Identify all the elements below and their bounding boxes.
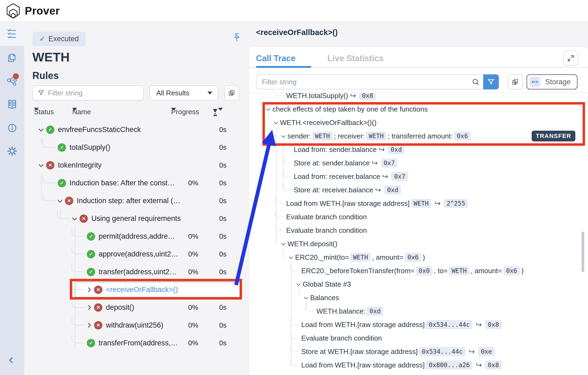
rule-name[interactable]: withdraw(uint256) [106,321,163,329]
trace-row[interactable]: Store at WETH.[raw storage address] 0x53… [249,345,587,358]
value-chip[interactable]: WETH [312,131,333,141]
value-chip[interactable]: 0x8 [485,360,502,370]
rule-row[interactable]: ✓Induction base: After the const…0%0s [32,174,243,192]
rule-row[interactable]: ✓transferFrom(address,…0%0s [32,334,243,352]
trace-row[interactable]: WETH.<receiveOrFallback>()() [249,116,587,129]
value-chip[interactable]: WETH [366,131,386,141]
copy-rules-button[interactable] [224,85,239,100]
chevron-down-icon[interactable] [274,120,278,124]
value-chip[interactable]: 0x6 [405,253,421,262]
rule-name[interactable]: approve(address,uint2… [99,250,178,258]
value-chip[interactable]: 0x0 [416,266,433,275]
column-duration[interactable] [212,108,218,116]
trace-row[interactable]: Store at: sender.balance ↪0x7 [249,156,587,170]
chevron-right-icon[interactable] [86,323,91,328]
chevron-down-icon[interactable] [296,282,301,286]
rule-row[interactable]: ✕<receiveOrFallback>() [32,281,243,298]
results-dropdown[interactable]: All Results [149,85,218,100]
chevron-down-icon[interactable] [289,255,293,259]
sidebar-item-settings[interactable] [6,145,19,158]
rule-row[interactable]: ✕Using general requirements0s [32,210,243,227]
sidebar-collapse-button[interactable] [7,356,15,364]
trace-row[interactable]: Load from WETH.[raw storage address] 0x8… [249,358,587,372]
rule-name[interactable]: Induction base: After the const… [70,179,175,187]
trace-row[interactable]: WETH.deposit() [249,237,587,251]
rule-name[interactable]: deposit() [106,303,134,312]
rule-name[interactable]: totalSupply() [70,143,110,152]
rule-name[interactable]: permit(address,addre… [99,232,175,241]
chevron-right-icon[interactable] [86,305,91,310]
rules-filter-input[interactable]: Filter string [32,85,144,100]
value-chip[interactable]: 0xd [388,145,405,154]
rule-row[interactable]: ✓transfer(address,uint2…0%0s [32,263,243,281]
rule-row[interactable]: ✓permit(address,addre…0%0s [32,227,243,245]
rule-row[interactable]: ✕withdraw(uint256)0%0s [32,316,243,334]
value-chip[interactable]: 0x8 [485,320,502,329]
chevron-down-icon[interactable] [304,295,308,299]
trace-row[interactable]: Store at: receiver.balance ↪0xd [249,183,587,197]
trace-row[interactable]: ERC20._mint(to=WETH, amount=0x6) [249,251,587,264]
sidebar-item-files[interactable] [6,51,19,64]
rule-row[interactable]: ✓approve(address,uint2…0%0s [32,245,243,263]
trace-row[interactable]: sender: WETH; receiver: WETH; transferre… [249,129,587,143]
value-chip[interactable]: WETH [449,266,469,275]
trace-row[interactable]: ERC20._beforeTokenTransfer(from=0x0, to=… [249,264,587,277]
sidebar-item-documentation[interactable] [6,98,19,111]
rule-row[interactable]: ✕Induction step: after external (…0s [32,192,243,210]
chevron-down-icon[interactable] [39,162,43,167]
rule-row[interactable]: ✓envfreeFuncsStaticCheck0s [32,121,243,138]
value-chip[interactable]: WETH [350,253,371,262]
rule-row[interactable]: ✓totalSupply()0s [32,138,243,156]
trace-row[interactable]: Global State #3 [249,277,587,291]
chevron-down-icon[interactable] [266,106,271,111]
rule-name[interactable]: tokenIntegrity [58,161,102,169]
chevron-right-icon[interactable] [86,287,91,292]
sidebar-item-rules[interactable] [6,27,19,40]
value-chip[interactable]: 0x534...44c [419,347,465,356]
value-chip[interactable]: 0x534...44c [426,320,472,329]
storage-toggle-button[interactable]: Storage [527,74,577,89]
chevron-down-icon[interactable] [39,127,43,131]
rule-name[interactable]: envfreeFuncsStaticCheck [58,126,141,134]
trace-filter-funnel-button[interactable] [483,74,499,89]
rule-row[interactable]: ✕deposit()0%0s [32,298,243,316]
scrollbar-thumb[interactable] [582,232,584,272]
rule-name[interactable]: Using general requirements [91,214,181,223]
rule-name[interactable]: transfer(address,uint2… [99,268,177,276]
copy-trace-button[interactable] [508,74,523,89]
value-chip[interactable]: 0x6 [503,266,520,275]
value-chip[interactable]: 0xe [478,347,495,356]
value-chip[interactable]: 0x7 [381,158,398,168]
rule-name[interactable]: <receiveOrFallback>() [106,286,178,294]
rule-name[interactable]: transferFrom(address,… [99,339,178,347]
tab-live-statistics[interactable]: Live Statistics [327,54,383,63]
trace-row[interactable]: WETH.balance: 0xd [249,304,587,318]
expand-button[interactable] [563,51,578,66]
trace-row[interactable]: Evaluate branch condition [249,331,587,345]
trace-row[interactable]: Evaluate branch condition [249,210,587,224]
trace-row[interactable]: Load from: sender.balance ↪0xd [249,143,587,156]
rule-row[interactable]: ✕tokenIntegrity0s [32,156,243,174]
value-chip[interactable]: 0x7 [391,172,408,181]
value-chip[interactable]: 2^255 [444,199,468,208]
trace-filter-input[interactable]: Filter string [256,74,499,89]
sidebar-item-info[interactable] [6,121,19,134]
value-chip[interactable]: WETH [411,199,431,208]
tab-call-trace[interactable]: Call Trace [256,54,295,63]
trace-row[interactable]: WETH.totalSupply() ↪0x8 [249,93,587,102]
chevron-down-icon[interactable] [57,198,62,203]
trace-row[interactable]: Balances [249,291,587,304]
pin-button[interactable] [231,32,243,44]
chevron-down-icon[interactable] [281,133,286,138]
trace-row[interactable]: check effects of step taken by one of th… [249,102,587,116]
trace-row[interactable]: Load from: receiver.balance ↪0x7 [249,170,587,183]
rule-name[interactable]: Induction step: after external (… [77,197,180,205]
value-chip[interactable]: 0x8 [359,93,376,100]
chevron-down-icon[interactable] [72,216,77,220]
trace-row[interactable]: Evaluate branch condition [249,224,587,237]
value-chip[interactable]: 0xd [384,185,401,195]
trace-row[interactable]: Load from WETH.[raw storage address] WET… [249,197,587,210]
value-chip[interactable]: 0x800...a26 [426,360,472,370]
trace-row[interactable]: Load from WETH.[raw storage address] 0x5… [249,318,587,331]
chevron-down-icon[interactable] [281,241,286,245]
